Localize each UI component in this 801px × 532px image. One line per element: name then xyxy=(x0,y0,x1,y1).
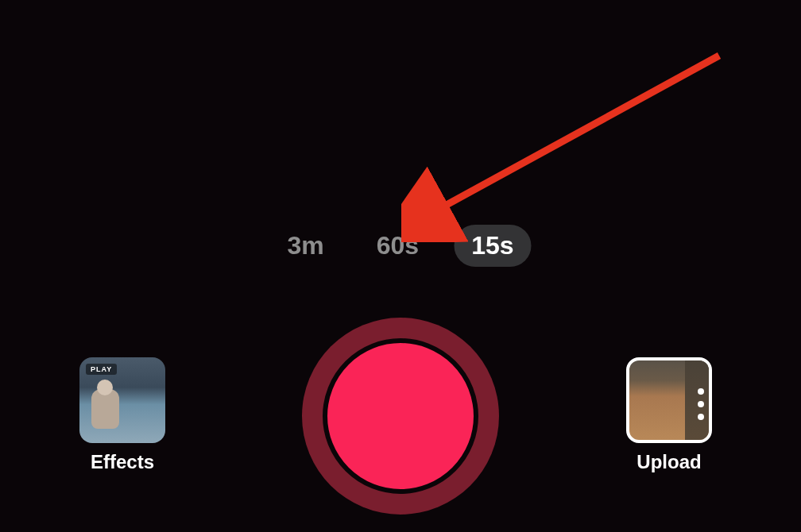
upload-label: Upload xyxy=(637,451,701,473)
upload-button[interactable]: Upload xyxy=(626,357,712,473)
effects-thumbnail: PLAY xyxy=(79,357,165,443)
duration-option-15s[interactable]: 15s xyxy=(454,225,531,267)
record-button-inner-icon xyxy=(323,338,478,494)
record-button[interactable] xyxy=(302,318,499,515)
duration-option-60s[interactable]: 60s xyxy=(359,225,436,267)
effects-label: Effects xyxy=(91,451,154,473)
upload-thumbnail xyxy=(626,357,712,443)
svg-line-1 xyxy=(429,56,719,214)
upload-thumb-decor-icon xyxy=(698,388,704,420)
duration-option-3m[interactable]: 3m xyxy=(269,225,341,267)
annotation-arrow-icon xyxy=(401,44,735,242)
effects-play-badge: PLAY xyxy=(86,364,117,375)
effects-button[interactable]: PLAY Effects xyxy=(79,357,165,473)
duration-selector[interactable]: 3m 60s 15s xyxy=(269,225,531,267)
